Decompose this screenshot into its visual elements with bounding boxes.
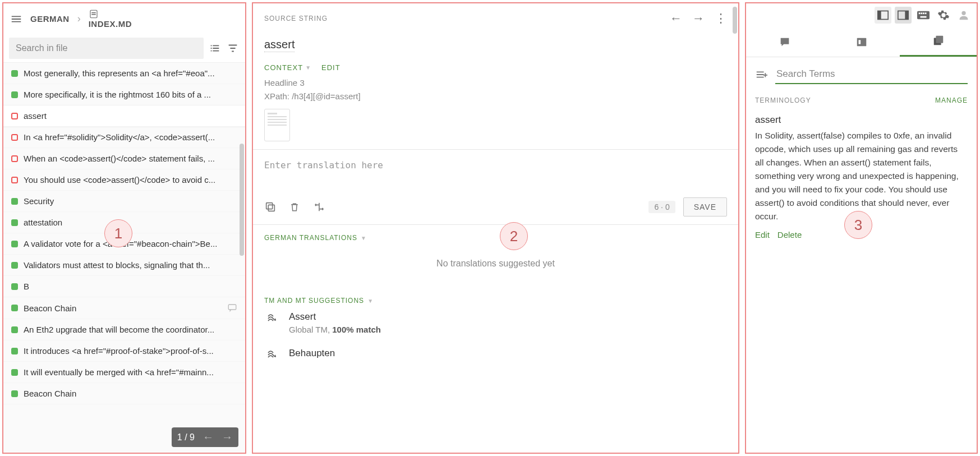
svg-rect-7 — [878, 11, 881, 20]
translation-input[interactable] — [253, 150, 738, 190]
right-panel: TERMINOLOGY MANAGE assert In Solidity, a… — [745, 2, 978, 454]
list-item-label: It will eventually be merged with <a hre… — [24, 367, 237, 377]
status-dot — [11, 305, 18, 311]
breadcrumb-file-group[interactable]: INDEX.MD — [89, 9, 132, 29]
terminology-section-label: TERMINOLOGY — [755, 96, 811, 104]
status-dot — [11, 262, 18, 269]
more-menu-icon[interactable]: ⋮ — [715, 11, 727, 26]
list-item[interactable]: More specifically, it is the rightmost 1… — [3, 84, 245, 105]
list-item[interactable]: assert — [3, 105, 245, 127]
list-item[interactable]: B — [3, 276, 245, 297]
context-details: Headline 3 XPath: /h3[4][@id=assert] — [264, 76, 727, 103]
german-translations-header[interactable]: GERMAN TRANSLATIONS ▼ — [264, 234, 727, 242]
save-button[interactable]: SAVE — [683, 197, 727, 217]
context-edit-link[interactable]: EDIT — [321, 63, 341, 72]
status-dot — [11, 348, 18, 354]
svg-point-16 — [961, 11, 965, 15]
list-item[interactable]: attestation — [3, 212, 245, 233]
string-list[interactable]: Most generally, this represents an <a hr… — [3, 62, 245, 453]
svg-rect-11 — [919, 12, 921, 14]
status-dot — [11, 91, 18, 98]
term-definition: In Solidity, assert(false) compiles to 0… — [755, 129, 968, 223]
list-item-label: Security — [24, 196, 237, 206]
file-icon — [89, 9, 132, 19]
status-dot — [11, 219, 18, 226]
keyboard-icon[interactable] — [915, 7, 932, 24]
tab-file[interactable] — [823, 27, 900, 57]
context-screenshot-thumb[interactable] — [264, 109, 290, 141]
list-item[interactable]: Security — [3, 191, 245, 212]
clear-icon[interactable] — [289, 201, 300, 213]
list-item-label: assert — [24, 111, 237, 121]
svg-rect-2 — [91, 14, 96, 15]
scrollbar-thumb[interactable] — [240, 144, 244, 256]
menu-icon[interactable] — [10, 13, 22, 25]
source-string-label: SOURCE STRING — [264, 15, 328, 22]
tm-suggestions-header[interactable]: TM AND MT SUGGESTIONS ▼ — [264, 297, 727, 305]
list-item[interactable]: A validator vote for a <a href="#beacon-… — [3, 233, 245, 255]
layout-right-icon[interactable] — [895, 7, 912, 24]
search-input[interactable] — [9, 38, 204, 59]
status-dot — [11, 155, 18, 162]
list-item[interactable]: When an <code>assert()</code> statement … — [3, 148, 245, 169]
status-dot — [11, 369, 18, 376]
tab-terminology[interactable] — [900, 27, 977, 57]
list-item-label: Beacon Chain — [24, 389, 237, 398]
svg-rect-9 — [905, 11, 908, 20]
list-view-icon[interactable] — [208, 42, 222, 55]
manage-terminology-link[interactable]: MANAGE — [935, 96, 968, 104]
list-item[interactable]: It will eventually be merged with <a hre… — [3, 362, 245, 383]
center-panel: SOURCE STRING ← → ⋮ assert CONTEXT ▼ EDI… — [252, 2, 739, 454]
list-item[interactable]: An Eth2 upgrade that will become the coo… — [3, 319, 245, 340]
right-tabs — [746, 27, 977, 57]
transform-icon[interactable] — [312, 201, 326, 213]
list-item[interactable]: Most generally, this represents an <a hr… — [3, 63, 245, 84]
list-item[interactable]: You should use <code>assert()</code> to … — [3, 169, 245, 191]
svg-rect-4 — [266, 203, 273, 209]
gear-icon[interactable] — [935, 7, 952, 24]
list-item[interactable]: It introduces <a href="#proof-of-stake">… — [3, 340, 245, 362]
list-item-label: Beacon Chain — [24, 303, 222, 313]
pager: 1 / 9 ← → — [172, 427, 238, 447]
comment-icon — [227, 303, 237, 313]
term-edit-link[interactable]: Edit — [755, 230, 770, 239]
no-translations-text: No translations suggested yet — [264, 242, 727, 285]
svg-rect-14 — [925, 12, 927, 14]
copy-source-icon[interactable] — [264, 201, 277, 213]
list-item-label: In <a href="#solidity">Solidity</a>, <co… — [24, 132, 237, 142]
status-dot — [11, 241, 18, 247]
list-item[interactable]: In <a href="#solidity">Solidity</a>, <co… — [3, 127, 245, 148]
tm-suggestion-subtext: Global TM, 100% match — [289, 325, 381, 334]
status-dot — [11, 134, 18, 141]
scrollbar-thumb[interactable] — [733, 7, 737, 34]
layout-left-icon[interactable] — [875, 7, 891, 24]
tm-suggestion-item[interactable]: Behaupten — [264, 341, 727, 369]
context-label[interactable]: CONTEXT ▼ — [264, 63, 311, 72]
prev-string-icon[interactable]: ← — [670, 11, 682, 26]
add-term-icon[interactable] — [755, 69, 767, 80]
terminology-search-input[interactable] — [775, 65, 968, 84]
list-item-label: B — [24, 282, 237, 291]
status-dot — [11, 177, 18, 183]
list-item[interactable]: Beacon Chain — [3, 297, 245, 319]
list-item[interactable]: Beacon Chain — [3, 383, 245, 404]
tm-suggestion-item[interactable]: AssertGlobal TM, 100% match — [264, 305, 727, 341]
list-item-label: You should use <code>assert()</code> to … — [24, 175, 237, 185]
svg-rect-1 — [91, 12, 96, 13]
filter-icon[interactable] — [226, 42, 240, 55]
term-delete-link[interactable]: Delete — [777, 230, 802, 239]
list-item-label: When an <code>assert()</code> statement … — [24, 154, 237, 163]
next-string-icon[interactable]: → — [692, 11, 705, 26]
breadcrumb-language[interactable]: GERMAN — [30, 14, 70, 24]
pager-next[interactable]: → — [222, 431, 233, 444]
list-item[interactable]: Validators must attest to blocks, signal… — [3, 255, 245, 276]
char-count: 6 · 0 — [648, 201, 675, 213]
status-dot — [11, 70, 18, 77]
list-item-label: A validator vote for a <a href="#beacon-… — [24, 239, 237, 248]
terminology-entry: assert In Solidity, assert(false) compil… — [746, 109, 977, 245]
term-title: assert — [755, 114, 968, 126]
user-icon[interactable] — [955, 7, 972, 24]
tab-comments[interactable] — [746, 27, 823, 57]
list-item-label: Validators must attest to blocks, signal… — [24, 260, 237, 270]
pager-prev[interactable]: ← — [203, 431, 214, 444]
